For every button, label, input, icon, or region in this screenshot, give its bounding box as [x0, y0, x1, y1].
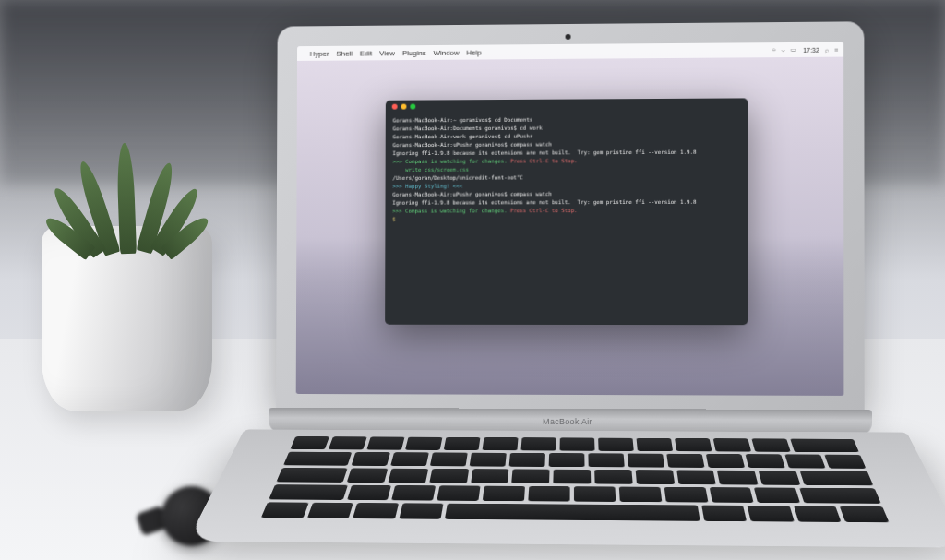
minimize-icon[interactable]: [401, 104, 407, 110]
close-icon[interactable]: [392, 104, 398, 110]
laptop: Hyper Shell Edit View Plugins Window Hel…: [276, 21, 940, 560]
terminal-window[interactable]: Gorans-MacBook-Air:~ goranivos$ cd Docum…: [385, 98, 748, 325]
succulent-plant: [78, 115, 180, 254]
menubar-item[interactable]: View: [379, 49, 395, 57]
zoom-icon[interactable]: [410, 104, 415, 110]
menubar-clock[interactable]: 17:32: [803, 46, 819, 53]
menubar-app-name[interactable]: Hyper: [310, 49, 329, 57]
wifi-icon[interactable]: ⌔: [772, 47, 776, 54]
terminal-output[interactable]: Gorans-MacBook-Air:~ goranivos$ cd Docum…: [385, 111, 748, 227]
laptop-model-text: MacBook Air: [543, 417, 592, 426]
bluetooth-icon[interactable]: ⌵: [782, 46, 785, 54]
screen-bezel: Hyper Shell Edit View Plugins Window Hel…: [276, 21, 865, 416]
menubar-item[interactable]: Edit: [360, 49, 373, 57]
menubar-item[interactable]: Help: [466, 48, 481, 56]
macos-menubar[interactable]: Hyper Shell Edit View Plugins Window Hel…: [297, 42, 843, 61]
menubar-item[interactable]: Window: [434, 48, 460, 56]
notification-center-icon[interactable]: ≡: [834, 46, 838, 53]
search-icon[interactable]: ⌕: [825, 46, 829, 53]
screen: Hyper Shell Edit View Plugins Window Hel…: [296, 42, 844, 396]
menubar-item[interactable]: Shell: [336, 49, 352, 57]
webcam: [566, 34, 571, 40]
battery-icon[interactable]: ▭: [791, 46, 797, 54]
menubar-item[interactable]: Plugins: [402, 49, 426, 57]
keyboard[interactable]: [187, 429, 945, 547]
